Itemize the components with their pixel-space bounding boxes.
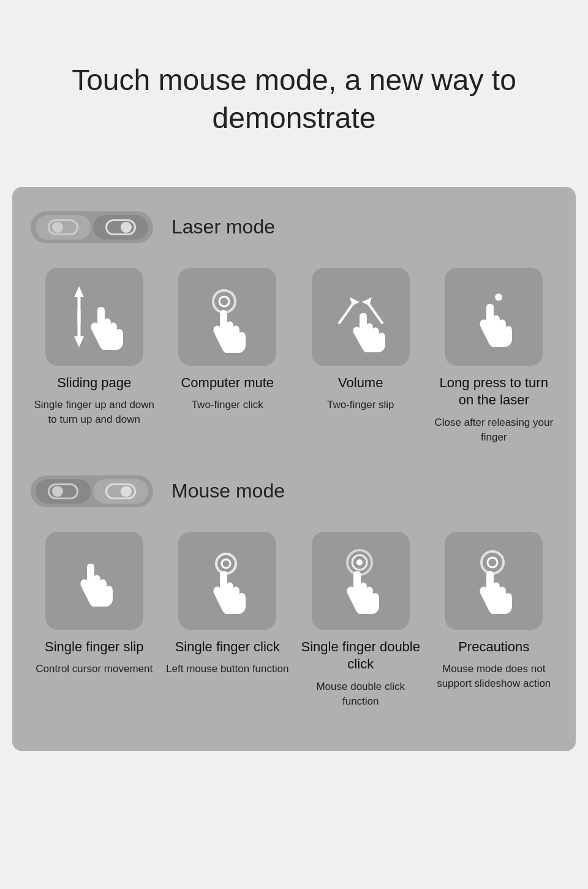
- laser-desc-mute: Two-finger click: [192, 398, 263, 412]
- mouse-title-slip: Single finger slip: [45, 638, 143, 656]
- mouse-toggle-graphic: [31, 475, 153, 507]
- finger-swipe-icon: [58, 544, 131, 618]
- mouse-title-double: Single finger double click: [297, 638, 424, 673]
- toggle-left-inner-laser: [48, 219, 78, 235]
- laser-title-mute: Computer mute: [181, 374, 274, 392]
- mouse-mode-toggle: Mouse mode: [31, 475, 557, 507]
- mouse-icon-slip: Single finger slip Control cursor moveme…: [31, 532, 158, 709]
- header-section: Touch mouse mode, a new way to demonstra…: [0, 0, 588, 187]
- laser-title-longpress: Long press to turn on the laser: [431, 374, 558, 409]
- finger-spread-icon: [324, 280, 398, 354]
- laser-mode-label: Laser mode: [172, 216, 275, 238]
- laser-icon-longpress: Long press to turn on the laser Close af…: [431, 268, 558, 445]
- laser-toggle-graphic: [31, 211, 153, 243]
- finger-click-icon: [190, 544, 264, 618]
- toggle-right-inner-laser: [105, 219, 136, 235]
- finger-point-icon: [457, 280, 530, 354]
- mouse-icon-box-slip: [45, 532, 143, 630]
- laser-desc-sliding: Single finger up and down to turn up and…: [31, 398, 158, 427]
- laser-icon-volume: Volume Two-finger slip: [297, 268, 424, 445]
- mouse-mode-label: Mouse mode: [172, 480, 285, 502]
- section-divider: [31, 457, 557, 475]
- mouse-icon-double-click: Single finger double click Mouse double …: [297, 532, 424, 709]
- laser-mode-toggle: Laser mode: [31, 211, 557, 243]
- toggle-left-mouse: [36, 479, 91, 504]
- laser-icon-mute: Computer mute Two-finger click: [164, 268, 292, 445]
- mouse-desc-precautions: Mouse mode does not support slideshow ac…: [431, 662, 558, 691]
- toggle-left-inner-mouse: [48, 483, 78, 499]
- toggle-right-inner-mouse: [105, 483, 136, 499]
- mouse-icon-box-precautions: [445, 532, 543, 630]
- toggle-left-laser: [36, 215, 91, 240]
- main-panel: Laser mode Sliding page Si: [12, 187, 576, 752]
- mouse-title-precautions: Precautions: [458, 638, 529, 656]
- laser-icon-box-volume: [312, 268, 410, 366]
- finger-double-icon: [324, 544, 398, 618]
- svg-point-22: [356, 559, 363, 566]
- page-title: Touch mouse mode, a new way to demonstra…: [24, 61, 564, 138]
- toggle-right-laser: [93, 215, 148, 240]
- finger-updown-icon: [58, 280, 131, 354]
- laser-title-sliding: Sliding page: [57, 374, 131, 392]
- mouse-icons-grid: Single finger slip Control cursor moveme…: [31, 532, 557, 709]
- finger-circle-icon: [190, 280, 264, 354]
- mouse-icon-box-click: [178, 532, 276, 630]
- laser-icon-box-mute: [178, 268, 276, 366]
- toggle-right-mouse: [93, 479, 148, 504]
- mouse-title-click: Single finger click: [175, 638, 280, 656]
- mouse-desc-slip: Control cursor movement: [36, 662, 153, 676]
- laser-title-volume: Volume: [338, 374, 383, 392]
- laser-icon-box-longpress: [445, 268, 543, 366]
- mouse-desc-click: Left mouse button function: [166, 662, 288, 676]
- laser-icons-grid: Sliding page Single finger up and down t…: [31, 268, 557, 445]
- mouse-icon-box-double: [312, 532, 410, 630]
- mouse-icon-click: Single finger click Left mouse button fu…: [164, 532, 292, 709]
- finger-warn-icon: [457, 544, 530, 618]
- laser-icon-sliding-page: Sliding page Single finger up and down t…: [31, 268, 158, 445]
- laser-desc-longpress: Close after releasing your finger: [431, 415, 558, 445]
- svg-point-14: [495, 293, 502, 301]
- laser-icon-box-sliding: [45, 268, 143, 366]
- mouse-desc-double: Mouse double click function: [297, 679, 424, 709]
- mouse-icon-precautions: Precautions Mouse mode does not support …: [431, 532, 558, 709]
- laser-desc-volume: Two-finger slip: [327, 398, 394, 412]
